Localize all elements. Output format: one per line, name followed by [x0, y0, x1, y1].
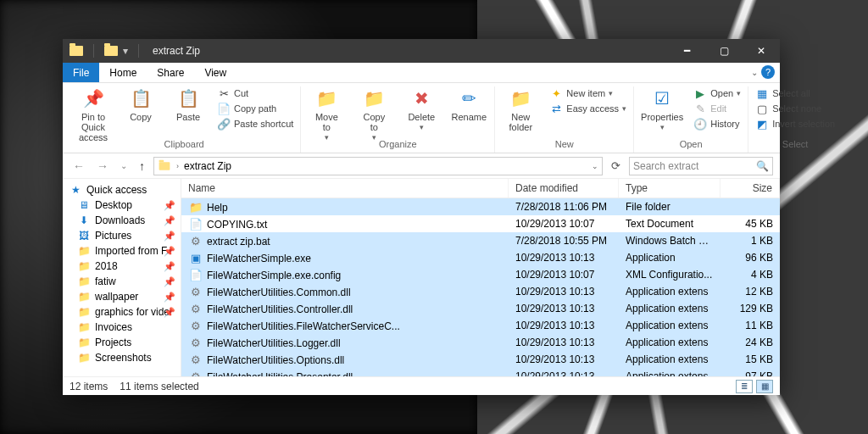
- sidebar-item[interactable]: 🖥Desktop📌: [63, 198, 181, 213]
- up-button[interactable]: ↑: [136, 159, 148, 173]
- copy-button[interactable]: 📋Copy: [122, 86, 159, 122]
- new-folder-button[interactable]: 📁New folder: [502, 86, 539, 132]
- back-button[interactable]: ←: [70, 159, 88, 173]
- sidebar-item-label: Projects: [95, 337, 131, 348]
- invert-selection-button[interactable]: ◩Invert selection: [755, 117, 835, 131]
- file-name: FileWatcherUtilities.Logger.dll: [207, 337, 341, 349]
- tab-home[interactable]: Home: [99, 63, 147, 82]
- col-type[interactable]: Type: [619, 179, 721, 198]
- qat-overflow[interactable]: ▾: [123, 45, 128, 57]
- view-icons-button[interactable]: ▦: [756, 380, 773, 393]
- qat-folder-icon[interactable]: [104, 46, 118, 56]
- sidebar-item-icon: 🖼: [78, 230, 90, 242]
- search-input[interactable]: Search extract 🔍: [629, 157, 773, 175]
- new-item-button[interactable]: ✦New item ▾: [549, 86, 626, 100]
- group-select-label: Select: [782, 137, 809, 151]
- chevron-right-icon[interactable]: ›: [176, 162, 179, 170]
- sidebar-item-icon: 🖥: [78, 199, 90, 211]
- file-date: 10/29/2013 10:13: [509, 320, 619, 331]
- properties-button[interactable]: ☑Properties▾: [641, 86, 683, 132]
- sidebar-item[interactable]: ⬇Downloads📌: [63, 213, 181, 228]
- search-placeholder: Search extract: [633, 160, 698, 172]
- copy-path-button[interactable]: 📄Copy path: [217, 102, 293, 115]
- tab-share[interactable]: Share: [147, 63, 194, 82]
- file-row[interactable]: ⚙FileWatcherUtilities.Presenter.dll10/29…: [181, 368, 780, 376]
- sidebar-item-icon: 📁: [78, 245, 90, 257]
- edit-button[interactable]: ✎Edit: [693, 102, 741, 115]
- file-date: 7/28/2018 10:55 PM: [509, 235, 619, 247]
- file-row[interactable]: ▣FileWatcherSimple.exe10/29/2013 10:13Ap…: [181, 249, 780, 266]
- file-icon: ⚙: [188, 337, 203, 349]
- app-icon: [70, 46, 83, 56]
- tab-file[interactable]: File: [63, 63, 99, 82]
- sidebar-quick-access[interactable]: ★Quick access: [63, 182, 181, 198]
- minimize-button[interactable]: ━: [668, 39, 705, 63]
- sidebar-item[interactable]: 🖼Pictures📌: [63, 228, 181, 243]
- paste-shortcut-button[interactable]: 🔗Paste shortcut: [217, 117, 293, 131]
- file-row[interactable]: ⚙FileWatcherUtilities.Options.dll10/29/2…: [181, 351, 780, 368]
- open-button[interactable]: ▶Open ▾: [693, 86, 741, 100]
- history-button[interactable]: 🕘History: [693, 117, 741, 131]
- col-date[interactable]: Date modified: [509, 179, 619, 198]
- sidebar-item-label: Imported from F: [95, 245, 167, 257]
- cut-button[interactable]: ✂Cut: [217, 86, 293, 100]
- moveto-icon: 📁: [314, 86, 338, 110]
- view-details-button[interactable]: ≣: [736, 380, 753, 393]
- group-organize-label: Organize: [379, 137, 417, 151]
- sidebar-item[interactable]: 📁fatiw📌: [63, 274, 181, 289]
- forward-button[interactable]: →: [93, 159, 112, 173]
- rename-button[interactable]: ✏Rename: [450, 86, 487, 122]
- title-bar[interactable]: ▾ extract Zip ━ ▢ ✕: [63, 39, 780, 63]
- paste-button[interactable]: 📋Paste: [170, 86, 207, 122]
- file-row[interactable]: 📄FileWatcherSimple.exe.config10/29/2013 …: [181, 266, 780, 283]
- file-row[interactable]: ⚙extract zip.bat7/28/2018 10:55 PMWindow…: [181, 232, 780, 249]
- group-clipboard-label: Clipboard: [164, 137, 204, 151]
- breadcrumb-folder-icon: [159, 162, 170, 170]
- address-bar-row: ← → ⌄ ↑ › extract Zip ⌄ ⟳ Search extract…: [63, 153, 780, 179]
- sidebar-item-label: Screenshots: [95, 352, 152, 364]
- maximize-button[interactable]: ▢: [705, 39, 743, 63]
- select-none-button[interactable]: ▢Select none: [755, 102, 835, 115]
- easy-access-button[interactable]: ⇄Easy access ▾: [549, 102, 626, 115]
- navigation-pane[interactable]: ★Quick access 🖥Desktop📌⬇Downloads📌🖼Pictu…: [63, 179, 181, 376]
- sidebar-item[interactable]: 📁Screenshots: [63, 350, 181, 365]
- refresh-button[interactable]: ⟳: [608, 159, 624, 172]
- sidebar-item[interactable]: 📁Imported from F📌: [63, 243, 181, 259]
- file-size: 45 KB: [721, 218, 780, 230]
- col-name[interactable]: Name: [181, 179, 509, 198]
- file-row[interactable]: ⚙FileWatcherUtilities.Controller.dll10/2…: [181, 300, 780, 317]
- file-icon: ⚙: [188, 303, 203, 315]
- file-list[interactable]: 📁Help7/28/2018 11:06 PMFile folder📄COPYI…: [181, 198, 780, 376]
- file-row[interactable]: ⚙FileWatcherUtilities.Common.dll10/29/20…: [181, 283, 780, 300]
- breadcrumb[interactable]: extract Zip: [184, 160, 231, 172]
- close-button[interactable]: ✕: [743, 39, 780, 63]
- sidebar-item[interactable]: 📁2018📌: [63, 259, 181, 274]
- ribbon: 📌Pin to Quick access 📋Copy 📋Paste ✂Cut 📄…: [63, 83, 780, 153]
- file-row[interactable]: 📁Help7/28/2018 11:06 PMFile folder: [181, 198, 780, 215]
- file-date: 10/29/2013 10:07: [509, 269, 619, 281]
- col-size[interactable]: Size: [721, 179, 780, 198]
- select-all-button[interactable]: ▦Select all: [755, 86, 835, 100]
- file-row[interactable]: 📄COPYING.txt10/29/2013 10:07Text Documen…: [181, 215, 780, 232]
- sidebar-item[interactable]: 📁Invoices: [63, 320, 181, 335]
- file-name: FileWatcherSimple.exe.config: [207, 270, 341, 281]
- address-dropdown-icon[interactable]: ⌄: [592, 162, 598, 170]
- file-row[interactable]: ⚙FileWatcherUtilities.Logger.dll10/29/20…: [181, 334, 780, 351]
- recent-button[interactable]: ⌄: [117, 161, 131, 170]
- file-row[interactable]: ⚙FileWatcherUtilities.FileWatcherService…: [181, 317, 780, 334]
- tab-view[interactable]: View: [194, 63, 236, 82]
- sidebar-item[interactable]: 📁wallpaper📌: [63, 289, 181, 304]
- help-icon[interactable]: ?: [761, 65, 775, 79]
- move-to-button[interactable]: 📁Move to▾: [308, 86, 345, 142]
- pin-to-quick-access-button[interactable]: 📌Pin to Quick access: [75, 86, 112, 142]
- address-bar[interactable]: › extract Zip ⌄: [153, 157, 603, 175]
- file-date: 10/29/2013 10:13: [509, 370, 619, 376]
- pin-icon: 📌: [164, 292, 175, 303]
- sidebar-item[interactable]: 📁Projects: [63, 335, 181, 350]
- sidebar-item[interactable]: 📁graphics for vide📌: [63, 304, 181, 320]
- file-name: FileWatcherUtilities.FileWatcherServiceC…: [207, 320, 400, 332]
- column-headers[interactable]: Name Date modified Type Size: [181, 179, 780, 198]
- delete-button[interactable]: ✖Delete▾: [403, 86, 440, 132]
- ribbon-collapse-icon[interactable]: ⌄: [751, 68, 758, 77]
- copy-to-button[interactable]: 📁Copy to▾: [355, 86, 392, 142]
